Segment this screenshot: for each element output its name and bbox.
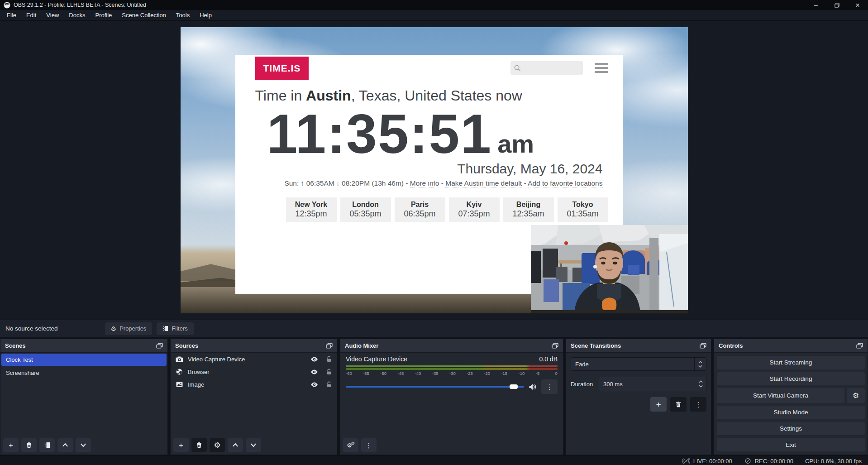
- source-properties-button[interactable]: ⚙: [210, 438, 225, 452]
- volume-slider-handle[interactable]: [510, 384, 518, 389]
- popout-icon[interactable]: [552, 343, 558, 349]
- studio-mode-button[interactable]: Studio Mode: [717, 406, 865, 419]
- chevron-up-icon: [698, 361, 702, 364]
- volume-slider[interactable]: [346, 386, 524, 388]
- advanced-audio-button[interactable]: ⚙⚙: [343, 438, 358, 452]
- mixer-options-button[interactable]: ⋮: [541, 379, 558, 394]
- preview-area[interactable]: TIME.IS Time in Austin, Texas, United St…: [0, 21, 868, 320]
- filter-icon: [44, 442, 50, 448]
- popout-icon[interactable]: [856, 343, 863, 349]
- chevron-down-icon: [698, 365, 702, 368]
- obs-logo-icon: [4, 2, 10, 9]
- chevron-down-icon: [699, 385, 703, 388]
- remove-scene-button[interactable]: [21, 438, 37, 452]
- selected-source-toolbar: No source selected ⚙ Properties Filters: [0, 320, 868, 337]
- menu-bar: File Edit View Docks Profile Scene Colle…: [0, 10, 868, 21]
- scenes-panel-header[interactable]: Scenes: [0, 339, 167, 353]
- start-virtual-camera-button[interactable]: Start Virtual Camera: [717, 388, 844, 403]
- audio-mixer-panel: Audio Mixer Video Capture Device 0.0 dB …: [340, 339, 563, 455]
- add-source-button[interactable]: +: [173, 438, 189, 452]
- move-scene-up-button[interactable]: [57, 438, 73, 452]
- start-recording-button[interactable]: Start Recording: [717, 372, 865, 386]
- title-bar: OBS 29.1.2 - Profile: LLHLS BETA - Scene…: [0, 0, 868, 10]
- menu-tools[interactable]: Tools: [171, 10, 195, 21]
- virtual-camera-settings-button[interactable]: ⚙: [847, 388, 865, 403]
- scene-canvas[interactable]: TIME.IS Time in Austin, Texas, United St…: [181, 27, 688, 313]
- popout-icon[interactable]: [326, 343, 333, 349]
- chevron-up-icon: [232, 442, 238, 448]
- menu-profile[interactable]: Profile: [90, 10, 117, 21]
- sources-panel-header[interactable]: Sources: [171, 339, 337, 353]
- rec-status: REC: 00:00:00: [744, 458, 793, 465]
- timeis-sun-info: Sun: ↑ 06:35AM ↓ 08:20PM (13h 46m) - Mor…: [235, 179, 623, 187]
- menu-help[interactable]: Help: [195, 10, 217, 21]
- gear-icon: ⚙: [111, 326, 117, 332]
- minimize-button[interactable]: –: [806, 0, 826, 10]
- visibility-eye-icon[interactable]: [310, 357, 318, 362]
- controls-title: Controls: [719, 342, 856, 349]
- source-row-image[interactable]: Image: [171, 378, 337, 391]
- chevron-down-icon: [80, 442, 86, 448]
- filters-button[interactable]: Filters: [157, 322, 193, 335]
- transition-select-spinner[interactable]: [694, 358, 706, 370]
- controls-panel-header[interactable]: Controls: [714, 339, 868, 353]
- lock-icon[interactable]: [326, 381, 332, 388]
- add-scene-button[interactable]: +: [3, 438, 19, 452]
- menu-view[interactable]: View: [41, 10, 64, 21]
- source-row-video-capture[interactable]: Video Capture Device: [171, 353, 337, 365]
- scenes-toolbar: +: [0, 436, 167, 455]
- timeis-world-clocks: New York12:35pm London05:35pm Paris06:35…: [235, 197, 623, 222]
- visibility-eye-icon[interactable]: [310, 369, 318, 374]
- duration-spinner[interactable]: [699, 380, 706, 388]
- start-streaming-button[interactable]: Start Streaming: [717, 356, 865, 369]
- settings-button[interactable]: Settings: [717, 422, 865, 436]
- remove-transition-button[interactable]: [670, 397, 687, 412]
- audio-mixer-title: Audio Mixer: [345, 342, 552, 349]
- hamburger-menu-icon: [595, 63, 608, 75]
- move-source-up-button[interactable]: [228, 438, 243, 452]
- add-transition-button[interactable]: +: [650, 397, 667, 412]
- duration-value: 300 ms: [603, 381, 623, 388]
- move-source-down-button[interactable]: [246, 438, 261, 452]
- no-source-selected-label: No source selected: [5, 325, 58, 332]
- scene-filters-button[interactable]: [39, 438, 55, 452]
- lock-icon[interactable]: [326, 356, 332, 362]
- remove-source-button[interactable]: [191, 438, 207, 452]
- popout-icon[interactable]: [156, 343, 163, 349]
- scene-item-screenshare[interactable]: Screenshare: [1, 367, 167, 379]
- duration-spinbox[interactable]: 300 ms: [599, 377, 706, 391]
- lock-icon[interactable]: [326, 369, 332, 375]
- timeis-make-default-link: Make Austin time default: [445, 179, 522, 187]
- mixer-channel: Video Capture Device 0.0 dB -60 -55 -50 …: [340, 353, 563, 436]
- webcam-video-source[interactable]: [531, 225, 688, 313]
- menu-edit[interactable]: Edit: [21, 10, 41, 21]
- timeis-search-input: [510, 61, 583, 75]
- close-button[interactable]: ×: [847, 0, 868, 10]
- transition-select[interactable]: Fade: [571, 357, 706, 371]
- popout-icon[interactable]: [700, 343, 706, 349]
- menu-file[interactable]: File: [2, 10, 21, 21]
- menu-docks[interactable]: Docks: [64, 10, 90, 21]
- sources-list: Video Capture Device Browser: [171, 353, 337, 436]
- move-scene-down-button[interactable]: [76, 438, 91, 452]
- speaker-icon[interactable]: [529, 384, 537, 390]
- cpu-fps-stats: CPU: 0.6%, 30.00 fps: [805, 458, 862, 465]
- transition-properties-button[interactable]: ⋮: [690, 397, 706, 412]
- window-title: OBS 29.1.2 - Profile: LLHLS BETA - Scene…: [14, 2, 146, 8]
- audio-mixer-panel-header[interactable]: Audio Mixer: [340, 339, 563, 353]
- trash-icon: [26, 442, 32, 448]
- source-row-browser[interactable]: Browser: [171, 365, 337, 378]
- mixer-menu-button[interactable]: ⋮: [361, 438, 377, 452]
- properties-button[interactable]: ⚙ Properties: [105, 322, 153, 335]
- visibility-eye-icon[interactable]: [310, 382, 318, 387]
- globe-icon: [176, 369, 182, 375]
- city-clock: New York12:35pm: [286, 197, 337, 222]
- transitions-body: Fade Duration 300 ms +: [566, 353, 711, 455]
- exit-button[interactable]: Exit: [717, 438, 865, 451]
- restore-button[interactable]: [826, 0, 847, 10]
- menu-scene-collection[interactable]: Scene Collection: [117, 10, 171, 21]
- scene-item-clock-test[interactable]: Clock Test: [1, 354, 167, 366]
- transitions-panel-header[interactable]: Scene Transitions: [566, 339, 711, 353]
- gear-icon: ⚙: [351, 441, 355, 446]
- meter-scale: -60 -55 -50 -45 -40 -35 -30 -25 -20 -15 …: [346, 371, 558, 376]
